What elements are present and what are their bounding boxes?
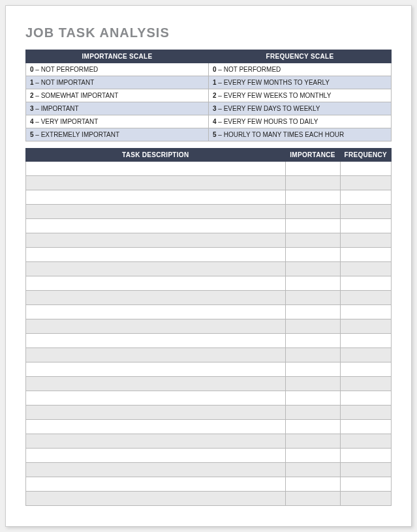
- task-description-cell[interactable]: [26, 334, 286, 348]
- task-frequency-cell[interactable]: [340, 377, 392, 391]
- task-description-cell[interactable]: [26, 420, 286, 434]
- task-description-cell[interactable]: [26, 305, 286, 319]
- task-importance-cell[interactable]: [285, 477, 340, 492]
- task-frequency-cell[interactable]: [340, 190, 392, 205]
- task-description-cell[interactable]: [26, 434, 286, 449]
- task-importance-cell[interactable]: [285, 262, 340, 276]
- task-frequency-cell[interactable]: [340, 449, 392, 463]
- task-row: [26, 262, 392, 276]
- task-frequency-cell[interactable]: [340, 334, 392, 348]
- task-description-cell[interactable]: [26, 319, 286, 334]
- task-frequency-cell[interactable]: [340, 276, 392, 291]
- task-frequency-cell[interactable]: [340, 319, 392, 334]
- task-row: [26, 348, 392, 362]
- task-row: [26, 377, 392, 391]
- task-description-cell[interactable]: [26, 477, 286, 492]
- scale-row: 1 – NOT IMPORTANT 1 – EVERY FEW MONTHS T…: [26, 76, 392, 89]
- task-importance-cell[interactable]: [285, 334, 340, 348]
- task-importance-cell[interactable]: [285, 362, 340, 377]
- task-row: [26, 319, 392, 334]
- task-description-cell[interactable]: [26, 248, 286, 262]
- task-description-cell[interactable]: [26, 492, 286, 506]
- task-description-cell[interactable]: [26, 348, 286, 362]
- task-description-cell[interactable]: [26, 219, 286, 233]
- document-page: JOB TASK ANALYSIS IMPORTANCE SCALE FREQU…: [5, 5, 412, 527]
- task-description-cell[interactable]: [26, 362, 286, 377]
- task-description-cell[interactable]: [26, 276, 286, 291]
- task-description-cell[interactable]: [26, 233, 286, 248]
- task-importance-cell[interactable]: [285, 162, 340, 176]
- task-importance-cell[interactable]: [285, 248, 340, 262]
- task-importance-cell[interactable]: [285, 463, 340, 477]
- task-description-cell[interactable]: [26, 391, 286, 406]
- task-description-cell[interactable]: [26, 463, 286, 477]
- task-importance-cell[interactable]: [285, 291, 340, 305]
- task-row: [26, 391, 392, 406]
- task-description-cell[interactable]: [26, 262, 286, 276]
- task-importance-cell[interactable]: [285, 176, 340, 190]
- imp-label: – NOT IMPORTANT: [34, 79, 95, 86]
- task-frequency-cell[interactable]: [340, 362, 392, 377]
- task-frequency-header: FREQUENCY: [340, 149, 392, 162]
- task-importance-cell[interactable]: [285, 219, 340, 233]
- task-row: [26, 362, 392, 377]
- task-importance-cell[interactable]: [285, 391, 340, 406]
- task-frequency-cell[interactable]: [340, 305, 392, 319]
- task-frequency-cell[interactable]: [340, 219, 392, 233]
- task-row: [26, 205, 392, 219]
- task-importance-cell[interactable]: [285, 348, 340, 362]
- task-importance-cell[interactable]: [285, 305, 340, 319]
- task-importance-cell[interactable]: [285, 377, 340, 391]
- task-importance-cell[interactable]: [285, 449, 340, 463]
- task-importance-cell[interactable]: [285, 420, 340, 434]
- scale-row: 4 – VERY IMPORTANT 4 – EVERY FEW HOURS T…: [26, 115, 392, 128]
- task-description-cell[interactable]: [26, 377, 286, 391]
- task-frequency-cell[interactable]: [340, 291, 392, 305]
- task-importance-cell[interactable]: [285, 276, 340, 291]
- task-frequency-cell[interactable]: [340, 420, 392, 434]
- task-description-cell[interactable]: [26, 291, 286, 305]
- task-row: [26, 492, 392, 506]
- imp-label: – IMPORTANT: [34, 105, 79, 112]
- task-row: [26, 406, 392, 420]
- task-frequency-cell[interactable]: [340, 205, 392, 219]
- task-frequency-cell[interactable]: [340, 162, 392, 176]
- task-row: [26, 477, 392, 492]
- task-row: [26, 190, 392, 205]
- task-importance-cell[interactable]: [285, 233, 340, 248]
- task-description-cell[interactable]: [26, 205, 286, 219]
- imp-label: – EXTREMELY IMPORTANT: [34, 131, 120, 138]
- task-row: [26, 233, 392, 248]
- task-importance-cell[interactable]: [285, 406, 340, 420]
- task-importance-cell[interactable]: [285, 205, 340, 219]
- task-importance-cell[interactable]: [285, 190, 340, 205]
- task-importance-cell[interactable]: [285, 319, 340, 334]
- task-frequency-cell[interactable]: [340, 391, 392, 406]
- frequency-scale-header: FREQUENCY SCALE: [209, 50, 392, 63]
- importance-scale-header: IMPORTANCE SCALE: [26, 50, 209, 63]
- scale-row: 3 – IMPORTANT 3 – EVERY FEW DAYS TO WEEK…: [26, 102, 392, 115]
- task-frequency-cell[interactable]: [340, 406, 392, 420]
- task-frequency-cell[interactable]: [340, 348, 392, 362]
- task-frequency-cell[interactable]: [340, 492, 392, 506]
- task-row: [26, 176, 392, 190]
- scale-table: IMPORTANCE SCALE FREQUENCY SCALE 0 – NOT…: [25, 50, 392, 141]
- task-frequency-cell[interactable]: [340, 176, 392, 190]
- task-frequency-cell[interactable]: [340, 434, 392, 449]
- freq-label: – NOT PERFORMED: [217, 66, 281, 73]
- task-frequency-cell[interactable]: [340, 233, 392, 248]
- task-importance-cell[interactable]: [285, 492, 340, 506]
- task-importance-cell[interactable]: [285, 434, 340, 449]
- task-frequency-cell[interactable]: [340, 477, 392, 492]
- task-description-cell[interactable]: [26, 449, 286, 463]
- task-importance-header: IMPORTANCE: [285, 149, 340, 162]
- task-frequency-cell[interactable]: [340, 463, 392, 477]
- task-frequency-cell[interactable]: [340, 262, 392, 276]
- task-frequency-cell[interactable]: [340, 248, 392, 262]
- task-description-cell[interactable]: [26, 176, 286, 190]
- task-description-cell[interactable]: [26, 406, 286, 420]
- freq-label: – EVERY FEW WEEKS TO MONTHLY: [217, 92, 332, 99]
- task-row: [26, 162, 392, 176]
- task-description-cell[interactable]: [26, 190, 286, 205]
- task-description-cell[interactable]: [26, 162, 286, 176]
